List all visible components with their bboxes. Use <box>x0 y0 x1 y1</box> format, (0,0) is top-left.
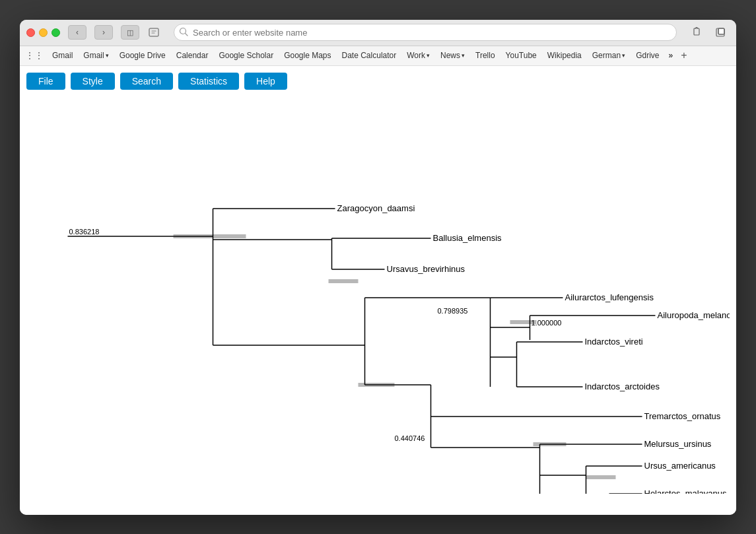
svg-rect-5 <box>718 28 724 34</box>
share-button[interactable] <box>687 25 706 40</box>
bookmark-gdrive[interactable]: Gdrive <box>631 49 664 62</box>
phylo-tree: Zaragocyon_daamsi Ballusia_elmensis Ursa… <box>26 98 730 494</box>
label-helarctos: Helarctos_malayanus <box>644 488 728 494</box>
bookmarks-add[interactable]: + <box>677 48 690 63</box>
bookmarks-more[interactable]: » <box>665 49 676 62</box>
bookmark-work[interactable]: Work▾ <box>402 49 434 62</box>
label-ailuropoda: Ailuropoda_melanoleuca <box>658 310 730 320</box>
back-button[interactable]: ‹ <box>68 25 86 40</box>
bookmark-youtube[interactable]: YouTube <box>501 49 541 62</box>
forward-button[interactable]: › <box>94 25 113 40</box>
help-button[interactable]: Help <box>244 73 287 90</box>
label-indarctos-vireti: Indarctos_vireti <box>585 337 643 347</box>
minimize-button[interactable] <box>39 28 48 37</box>
label-zaragocyon: Zaragocyon_daamsi <box>337 203 415 213</box>
label-ailurarctos: Ailurarctos_lufengensis <box>565 292 654 302</box>
label-melursus: Melursus_ursinus <box>644 439 712 449</box>
statistics-button[interactable]: Statistics <box>178 73 239 90</box>
maximize-button[interactable] <box>52 28 60 37</box>
style-button[interactable]: Style <box>71 73 115 90</box>
sidebar-toggle[interactable]: ◫ <box>121 25 139 40</box>
bookmark-wikipedia[interactable]: Wikipedia <box>543 49 586 62</box>
bookmark-trello[interactable]: Trello <box>471 49 500 62</box>
node-label-1000000-ailuropoda: 1.000000 <box>532 319 562 327</box>
label-ballusia: Ballusia_elmensis <box>433 233 502 243</box>
bookmark-scholar[interactable]: Google Scholar <box>214 49 278 62</box>
bookmark-maps[interactable]: Google Maps <box>279 49 335 62</box>
node-label-0798935: 0.798935 <box>438 307 468 315</box>
toolbar: File Style Search Statistics Help <box>26 73 730 90</box>
label-ursavus: Ursavus_brevirhinus <box>387 264 465 274</box>
address-input[interactable] <box>174 24 677 41</box>
close-button[interactable] <box>26 28 35 37</box>
bookmark-german[interactable]: German▾ <box>588 49 630 62</box>
traffic-lights <box>26 28 60 37</box>
node-label-0440746: 0.440746 <box>395 434 425 442</box>
label-tremarctos: Tremarctos_ornatus <box>644 411 721 421</box>
search-button[interactable]: Search <box>120 73 173 90</box>
bookmark-drive[interactable]: Google Drive <box>115 49 170 62</box>
page-icon[interactable] <box>145 25 163 40</box>
node-label-0836218: 0.836218 <box>69 228 100 236</box>
svg-line-2 <box>186 34 188 36</box>
bookmark-gmail-dropdown[interactable]: Gmail▾ <box>79 49 113 62</box>
bookmark-news[interactable]: News▾ <box>436 49 469 62</box>
label-ursus-americanus: Ursus_americanus <box>644 461 716 471</box>
label-indarctos-arctoides: Indarctos_arctoides <box>585 382 660 391</box>
apps-icon[interactable]: ⋮⋮ <box>25 50 44 61</box>
browser-window: ‹ › ◫ ⋮⋮ Gmail Gmail▾ Google Drive Calen… <box>20 20 736 515</box>
tree-container: Zaragocyon_daamsi Ballusia_elmensis Ursa… <box>26 98 730 494</box>
svg-rect-0 <box>149 28 158 36</box>
bookmark-calendar[interactable]: Calendar <box>172 49 213 62</box>
expand-button[interactable] <box>711 25 730 40</box>
address-bar <box>174 24 677 41</box>
content-area: File Style Search Statistics Help <box>20 66 736 515</box>
title-bar: ‹ › ◫ <box>20 20 736 46</box>
file-button[interactable]: File <box>26 73 65 90</box>
bookmark-date-calc[interactable]: Date Calculator <box>337 49 401 62</box>
svg-rect-3 <box>694 28 699 35</box>
bookmarks-bar: ⋮⋮ Gmail Gmail▾ Google Drive Calendar Go… <box>20 46 736 66</box>
bookmark-gmail[interactable]: Gmail <box>48 49 77 62</box>
